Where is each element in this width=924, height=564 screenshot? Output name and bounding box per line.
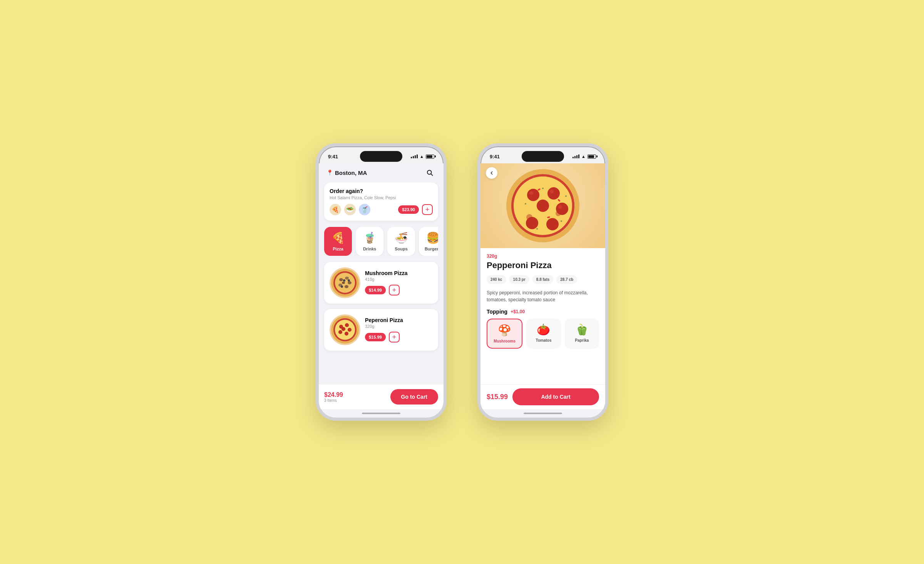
svg-point-41 (558, 205, 562, 209)
status-icons-2: ▲ (572, 154, 596, 159)
detail-name: Pepperoni Pizza (487, 260, 599, 270)
svg-point-46 (542, 188, 544, 189)
food-emoji-drink: 🥤 (359, 204, 370, 215)
burgers-label: Burgers (425, 247, 438, 251)
detail-cart-price: $15.99 (487, 393, 508, 401)
svg-point-36 (546, 218, 559, 230)
time-2: 9:41 (490, 154, 500, 159)
detail-weight: 320g (487, 253, 599, 259)
nutrition-pr: 10.3 pr (509, 275, 529, 284)
pizza-hero-svg (504, 167, 581, 244)
pin-icon: 📍 (326, 170, 333, 176)
mushrooms-label: Mushrooms (494, 339, 516, 343)
tomatos-emoji: 🍅 (537, 323, 550, 336)
burgers-emoji: 🍔 (426, 232, 439, 244)
go-to-cart-button[interactable]: Go to Cart (390, 389, 438, 405)
category-pizza[interactable]: 🍕 Pizza (324, 227, 352, 256)
pepperoni-pizza-price-row: $15.99 + (365, 332, 433, 342)
pepperoni-pizza-info: Peperoni Pizza 320g $15.99 + (365, 317, 433, 342)
detail-info: 320g Pepperoni Pizza 240 kc 10.3 pr 8.8 … (480, 248, 605, 384)
cart-items-count: 3 Items (324, 398, 343, 403)
svg-point-5 (339, 278, 343, 281)
categories-row: 🍕 Pizza 🧋 Drinks 🍜 Soups 🍔 Burgers (324, 227, 438, 256)
svg-point-25 (350, 329, 351, 330)
cart-total-section: $24.99 3 Items (324, 391, 343, 403)
status-icons-1: ▲ (411, 154, 434, 159)
svg-point-45 (525, 203, 526, 205)
topping-header: Topping +$1.00 (487, 309, 599, 315)
pepperoni-pizza-weight: 320g (365, 324, 433, 329)
battery-icon-2 (588, 154, 596, 159)
mushroom-pizza-image (330, 267, 360, 298)
toppings-row: 🍄 Mushrooms 🍅 Tomatos 🫑 Paprika (487, 319, 599, 349)
mushroom-pizza-info: Mushroom Pizza 410g $14.99 + (365, 270, 433, 295)
svg-point-23 (341, 326, 342, 327)
svg-point-20 (338, 330, 342, 334)
svg-point-38 (537, 200, 549, 212)
location-label: 📍 Boston, MA (326, 170, 367, 176)
pizza-label: Pizza (333, 247, 343, 251)
battery-icon (426, 154, 434, 159)
mushroom-pizza-price: $14.99 (365, 286, 386, 294)
wifi-icon: ▲ (420, 154, 424, 159)
add-to-cart-button[interactable]: Add to Cart (512, 388, 599, 405)
home-bar-2 (524, 413, 562, 414)
location-text: Boston, MA (335, 170, 367, 176)
dynamic-island-2 (522, 151, 564, 162)
pepperoni-pizza-name: Peperoni Pizza (365, 317, 433, 323)
mushroom-pizza-add-button[interactable]: + (389, 285, 400, 295)
nutrition-kc: 240 kc (487, 275, 506, 284)
svg-point-10 (342, 282, 345, 284)
detail-content-wrapper: 320g Pepperoni Pizza 240 kc 10.3 pr 8.8 … (480, 163, 605, 409)
svg-point-22 (341, 327, 345, 331)
svg-point-34 (547, 187, 560, 200)
svg-point-40 (550, 190, 554, 193)
paprika-emoji: 🫑 (575, 323, 589, 336)
home-bar-1 (362, 413, 400, 414)
home-scroll: Order again? Hot Salami Pizza, Cole Slow… (319, 183, 444, 384)
soups-label: Soups (395, 247, 408, 251)
reorder-title: Order again? (330, 188, 433, 194)
back-button[interactable] (486, 167, 497, 179)
pizza-emoji: 🍕 (331, 232, 345, 244)
search-button[interactable] (424, 166, 436, 179)
menu-item-pepperoni[interactable]: Peperoni Pizza 320g $15.99 + (324, 309, 438, 351)
svg-point-35 (556, 203, 568, 215)
paprika-label: Paprika (575, 338, 589, 342)
mushrooms-emoji: 🍄 (498, 324, 511, 337)
pizza-hero (480, 163, 605, 248)
nutrition-row: 240 kc 10.3 pr 8.8 fats 28.7 cb (487, 275, 599, 284)
category-burgers[interactable]: 🍔 Burgers (419, 227, 438, 256)
category-drinks[interactable]: 🧋 Drinks (356, 227, 383, 256)
home-indicator-2 (480, 409, 605, 418)
svg-point-6 (345, 277, 349, 280)
svg-point-12 (348, 279, 350, 282)
mushroom-pizza-weight: 410g (365, 277, 433, 282)
phone-2: 9:41 ▲ (477, 143, 608, 421)
svg-point-24 (347, 324, 348, 326)
mushroom-pizza-price-row: $14.99 + (365, 285, 433, 295)
topping-price: +$1.00 (511, 309, 525, 314)
svg-point-37 (526, 217, 538, 229)
signal-icon (411, 154, 418, 158)
nutrition-fats: 8.8 fats (532, 275, 553, 284)
reorder-card: Order again? Hot Salami Pizza, Cole Slow… (324, 183, 438, 221)
svg-point-47 (561, 220, 562, 222)
topping-mushrooms[interactable]: 🍄 Mushrooms (487, 319, 522, 349)
topping-tomatos[interactable]: 🍅 Tomatos (526, 319, 561, 349)
menu-item-mushroom[interactable]: Mushroom Pizza 410g $14.99 + (324, 262, 438, 304)
svg-line-1 (431, 174, 432, 175)
tomatos-label: Tomatos (536, 338, 552, 342)
reorder-add-button[interactable]: + (422, 204, 433, 215)
category-soups[interactable]: 🍜 Soups (387, 227, 415, 256)
time-1: 9:41 (328, 154, 338, 159)
reorder-row: 🍕 🥗 🥤 $23.90 + (330, 204, 433, 215)
topping-paprika[interactable]: 🫑 Paprika (565, 319, 599, 349)
pepperoni-pizza-add-button[interactable]: + (389, 332, 400, 342)
detail-cart-bar: $15.99 Add to Cart (480, 384, 605, 409)
reorder-subtitle: Hot Salami Pizza, Cole Slow, Pepsi (330, 195, 433, 200)
reorder-price: $23.90 (398, 205, 419, 214)
detail-screen: 320g Pepperoni Pizza 240 kc 10.3 pr 8.8 … (480, 163, 605, 409)
svg-point-21 (345, 332, 348, 336)
pepperoni-pizza-price: $15.99 (365, 333, 386, 341)
